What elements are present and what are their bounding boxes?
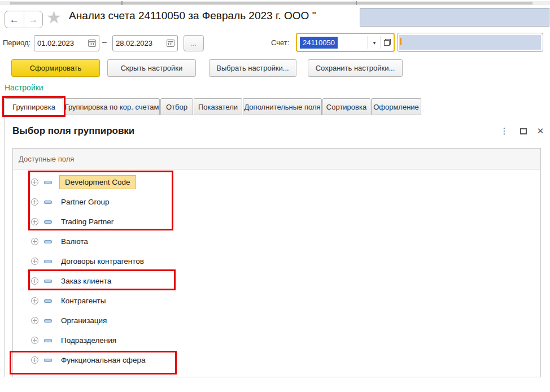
available-fields-list: Доступные поля Development Code Partner … bbox=[12, 148, 541, 377]
account-label: Счет: bbox=[271, 38, 289, 47]
panel-left-border bbox=[5, 115, 5, 377]
account-dropdown-button[interactable]: ▾ bbox=[368, 34, 381, 51]
favorite-star-icon[interactable]: ★ bbox=[46, 9, 62, 26]
list-item-label: Trading Partner bbox=[61, 217, 114, 226]
list-item-valyuta[interactable]: Валюта bbox=[13, 232, 540, 251]
tab-sortirovka[interactable]: Сортировка bbox=[322, 98, 370, 115]
calendar-icon[interactable] bbox=[167, 40, 174, 47]
account-value-selected[interactable]: 24110050 bbox=[300, 37, 338, 49]
tab-otbor[interactable]: Отбор bbox=[160, 98, 193, 115]
date-to-value[interactable]: 28.02.2023 bbox=[116, 39, 167, 47]
expand-plus-icon[interactable] bbox=[31, 356, 38, 364]
list-item-label: Development Code bbox=[59, 175, 136, 189]
maximize-icon bbox=[520, 128, 527, 134]
field-dash-icon bbox=[44, 220, 52, 224]
account-combo[interactable]: 24110050 ▾ bbox=[296, 33, 395, 52]
expand-plus-icon[interactable] bbox=[31, 337, 38, 344]
list-column-header: Доступные поля bbox=[13, 149, 540, 169]
expand-plus-icon[interactable] bbox=[31, 198, 38, 206]
expand-plus-icon[interactable] bbox=[31, 218, 38, 225]
save-settings-button[interactable]: Сохранить настройки... bbox=[308, 59, 403, 77]
field-marker-tick bbox=[400, 38, 401, 45]
list-item-label: Валюта bbox=[61, 237, 88, 246]
list-item-organizatsiya[interactable]: Организация bbox=[13, 311, 540, 330]
list-item-partner-group[interactable]: Partner Group bbox=[13, 192, 540, 212]
list-item-label: Организация bbox=[61, 316, 107, 325]
forward-button[interactable]: → bbox=[24, 11, 43, 28]
period-label: Период: bbox=[3, 38, 30, 47]
calendar-icon[interactable] bbox=[88, 40, 96, 47]
list-item-label: Заказ клиента bbox=[61, 277, 111, 285]
expand-plus-icon[interactable] bbox=[31, 277, 38, 285]
hide-settings-button[interactable]: Скрыть настройки bbox=[107, 59, 196, 77]
scrollbar-thumb[interactable] bbox=[10, 2, 532, 5]
generate-button[interactable]: Сформировать bbox=[11, 59, 100, 77]
list-item-zakaz-klienta[interactable]: Заказ клиента bbox=[13, 271, 540, 291]
horizontal-scrollbar[interactable] bbox=[0, 1, 550, 5]
list-item-label: Partner Group bbox=[61, 198, 110, 206]
account-name-redaction-box bbox=[399, 35, 541, 50]
field-dash-icon bbox=[44, 201, 52, 204]
settings-section-label: Настройки bbox=[5, 83, 43, 92]
dialog-maximize-button[interactable] bbox=[517, 125, 530, 137]
dialog-more-button[interactable]: ⋮ bbox=[498, 125, 510, 137]
close-icon: ✕ bbox=[537, 126, 544, 136]
expand-plus-icon[interactable] bbox=[31, 238, 38, 245]
period-more-button[interactable]: ... bbox=[184, 35, 204, 51]
open-list-icon bbox=[384, 39, 391, 46]
list-item-label: Договоры контрагентов bbox=[61, 257, 144, 265]
expand-plus-icon[interactable] bbox=[31, 297, 38, 304]
scrollbar-tick bbox=[121, 1, 123, 5]
settings-tabbar: Группировка Группировка по кор. счетам О… bbox=[5, 98, 421, 115]
tab-oformlenie[interactable]: Оформление bbox=[371, 98, 421, 115]
date-range-dash: – bbox=[102, 37, 107, 46]
list-item-label: Контрагенты bbox=[61, 297, 106, 305]
tab-pokazateli[interactable]: Показатели bbox=[194, 98, 242, 115]
back-button[interactable]: ← bbox=[5, 11, 24, 28]
more-dots-icon: ⋮ bbox=[500, 126, 509, 136]
list-item-label: Функциональная сфера bbox=[61, 356, 145, 364]
date-to-input[interactable]: 28.02.2023 bbox=[112, 35, 178, 51]
expand-plus-icon[interactable] bbox=[31, 317, 38, 324]
account-name-field[interactable] bbox=[397, 33, 543, 52]
field-dash-icon bbox=[44, 319, 52, 323]
list-item-label: Подразделения bbox=[61, 336, 116, 345]
scrollbar-tick bbox=[356, 1, 357, 5]
history-nav: ← → bbox=[5, 11, 43, 28]
dialog-close-button[interactable]: ✕ bbox=[534, 125, 547, 137]
page-title: Анализ счета 24110050 за Февраль 2023 г.… bbox=[69, 10, 316, 22]
date-from-input[interactable]: 01.02.2023 bbox=[34, 35, 99, 51]
list-item-trading-partner[interactable]: Trading Partner bbox=[13, 212, 540, 232]
field-dash-icon bbox=[44, 240, 52, 243]
list-item-funktsionalnaya-sfera[interactable]: Функциональная сфера bbox=[13, 350, 540, 370]
list-item-dogovory-kontragentov[interactable]: Договоры контрагентов bbox=[13, 251, 540, 271]
dialog-title: Выбор поля группировки bbox=[12, 125, 134, 137]
expand-plus-icon[interactable] bbox=[31, 258, 38, 265]
field-dash-icon bbox=[44, 359, 52, 362]
account-open-button[interactable] bbox=[381, 34, 394, 51]
date-from-value[interactable]: 01.02.2023 bbox=[37, 39, 88, 47]
list-header-label: Доступные поля bbox=[19, 155, 74, 163]
list-item-development-code[interactable]: Development Code bbox=[13, 172, 540, 192]
field-dash-icon bbox=[44, 299, 52, 303]
choose-settings-button[interactable]: Выбрать настройки... bbox=[209, 59, 296, 77]
tab-dopolnitelnye-polya[interactable]: Дополнительные поля bbox=[243, 98, 322, 115]
field-dash-icon bbox=[44, 260, 52, 263]
title-redaction-box bbox=[360, 8, 549, 27]
chevron-down-icon: ▾ bbox=[373, 40, 376, 46]
tab-gruppirovka[interactable]: Группировка bbox=[5, 98, 63, 115]
tab-gruppirovka-po-kor-schetam[interactable]: Группировка по кор. счетам bbox=[64, 98, 160, 115]
field-dash-icon bbox=[44, 339, 52, 342]
expand-plus-icon[interactable] bbox=[31, 178, 38, 186]
field-dash-icon bbox=[44, 280, 52, 283]
list-item-kontragenty[interactable]: Контрагенты bbox=[13, 291, 540, 311]
list-item-podrazdeleniya[interactable]: Подразделения bbox=[13, 330, 540, 350]
fields-tree: Development Code Partner Group Trading P… bbox=[13, 169, 540, 370]
field-dash-icon bbox=[44, 181, 52, 184]
